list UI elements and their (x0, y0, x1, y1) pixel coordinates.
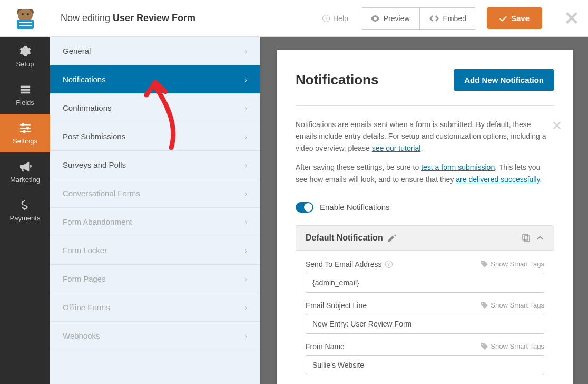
chevron-right-icon: › (244, 104, 247, 112)
svg-rect-18 (523, 234, 528, 240)
embed-button[interactable]: Embed (420, 8, 476, 29)
chevron-right-icon: › (244, 246, 247, 255)
sidebar-item-fields[interactable]: Fields (0, 75, 50, 114)
sidebar-item-marketing[interactable]: Marketing (0, 152, 50, 191)
save-label: Save (511, 14, 530, 23)
delivered-link[interactable]: are delivered successfully (456, 175, 540, 184)
svg-rect-9 (20, 89, 30, 91)
preview-button[interactable]: Preview (361, 8, 420, 29)
dismiss-button[interactable] (553, 119, 561, 134)
add-notification-button[interactable]: Add New Notification (454, 69, 554, 91)
chevron-right-icon: › (244, 275, 247, 283)
editing-prefix: Now editing (61, 13, 113, 23)
svg-rect-10 (20, 92, 30, 94)
tutorial-link[interactable]: see our tutorial (372, 144, 421, 152)
show-smart-tags[interactable]: Show Smart Tags (481, 342, 544, 350)
pencil-icon[interactable] (388, 234, 396, 242)
chevron-right-icon: › (244, 303, 247, 312)
field-row: From NameShow Smart Tags (306, 342, 544, 375)
help-link[interactable]: ? Help (315, 14, 356, 23)
menu-item-notifications[interactable]: Notifications› (50, 65, 260, 94)
notification-body: Send To Email Address?Show Smart TagsEma… (296, 251, 554, 384)
field-input[interactable] (306, 273, 544, 293)
tag-icon (481, 343, 488, 350)
sidebar-item-settings[interactable]: Settings (0, 114, 50, 152)
menu-item-surveys-and-polls[interactable]: Surveys and Polls› (50, 151, 260, 179)
field-input[interactable] (306, 314, 544, 334)
preview-label: Preview (384, 14, 410, 23)
enable-toggle[interactable] (296, 202, 313, 213)
top-actions: ? Help Preview Embed Save (315, 7, 553, 30)
menu-item-confirmations[interactable]: Confirmations› (50, 94, 260, 122)
list-icon (19, 84, 32, 95)
sliders-icon (19, 122, 32, 134)
svg-rect-17 (524, 236, 530, 242)
notification-title: Default Notification (306, 233, 383, 243)
icon-sidebar: Setup Fields Settings Marketing Payments (0, 37, 50, 384)
sidebar-item-payments[interactable]: Payments (0, 191, 50, 229)
help-icon[interactable]: ? (385, 261, 393, 268)
field-label-row: From NameShow Smart Tags (306, 342, 544, 351)
field-label: From Name (306, 342, 345, 351)
menu-item-offline-forms[interactable]: Offline Forms› (50, 293, 260, 322)
chevron-right-icon: › (244, 332, 247, 340)
show-smart-tags[interactable]: Show Smart Tags (481, 301, 544, 309)
sidebar-label: Marketing (10, 176, 40, 184)
menu-item-label: Surveys and Polls (63, 160, 126, 169)
test-submission-link[interactable]: test a form submission (421, 163, 495, 171)
close-icon (566, 12, 577, 24)
tag-icon (481, 261, 488, 267)
menu-item-general[interactable]: General› (50, 37, 260, 65)
close-button[interactable] (553, 9, 588, 27)
svg-rect-8 (20, 86, 30, 88)
tag-icon (481, 302, 488, 309)
chevron-right-icon: › (244, 47, 247, 55)
sidebar-item-setup[interactable]: Setup (0, 37, 50, 75)
field-label-row: Send To Email Address?Show Smart Tags (306, 260, 544, 268)
svg-rect-5 (17, 20, 34, 29)
chevron-right-icon: › (244, 75, 247, 84)
notification-box: Default Notification Send To Email Addre… (296, 225, 554, 384)
save-button[interactable]: Save (487, 7, 542, 29)
desc-text: Notifications are emails sent when a for… (296, 120, 546, 152)
chevron-up-icon[interactable] (536, 234, 544, 242)
chevron-right-icon: › (244, 218, 247, 226)
menu-item-form-locker[interactable]: Form Locker› (50, 236, 260, 265)
panel-title: Notifications (296, 72, 378, 88)
close-icon (553, 122, 561, 129)
form-name: User Review Form (113, 13, 195, 23)
chevron-right-icon: › (244, 161, 247, 169)
svg-point-14 (26, 127, 29, 130)
svg-rect-6 (19, 22, 32, 23)
menu-item-label: Confirmations (63, 103, 112, 112)
menu-item-label: Form Locker (63, 246, 107, 255)
editing-label: Now editing User Review Form (50, 13, 315, 24)
chevron-right-icon: › (244, 189, 247, 198)
menu-item-conversational-forms[interactable]: Conversational Forms› (50, 179, 260, 208)
menu-item-webhooks[interactable]: Webhooks› (50, 322, 260, 350)
svg-point-12 (21, 123, 24, 127)
show-smart-tags[interactable]: Show Smart Tags (481, 260, 544, 268)
menu-item-label: Form Abandonment (63, 217, 132, 226)
preview-embed-group: Preview Embed (361, 7, 476, 30)
gear-icon (19, 45, 32, 57)
sidebar-label: Setup (16, 60, 34, 68)
check-icon (499, 15, 507, 22)
menu-item-label: Webhooks (63, 331, 100, 340)
field-input[interactable] (306, 355, 544, 375)
code-icon (429, 15, 439, 22)
embed-label: Embed (443, 14, 466, 23)
field-row: Email Subject LineShow Smart Tags (306, 301, 544, 334)
menu-item-form-pages[interactable]: Form Pages› (50, 265, 260, 293)
menu-item-post-submissions[interactable]: Post Submissions› (50, 122, 260, 151)
copy-icon[interactable] (522, 234, 531, 242)
menu-item-label: Offline Forms (63, 303, 110, 312)
field-label-row: Email Subject LineShow Smart Tags (306, 301, 544, 310)
enable-toggle-row: Enable Notifications (277, 193, 573, 225)
settings-menu: General›Notifications›Confirmations›Post… (50, 37, 260, 384)
menu-item-form-abandonment[interactable]: Form Abandonment› (50, 208, 260, 236)
svg-point-4 (27, 13, 29, 15)
svg-rect-7 (19, 25, 32, 26)
field-label: Email Subject Line (306, 301, 367, 310)
dollar-icon (19, 199, 32, 211)
